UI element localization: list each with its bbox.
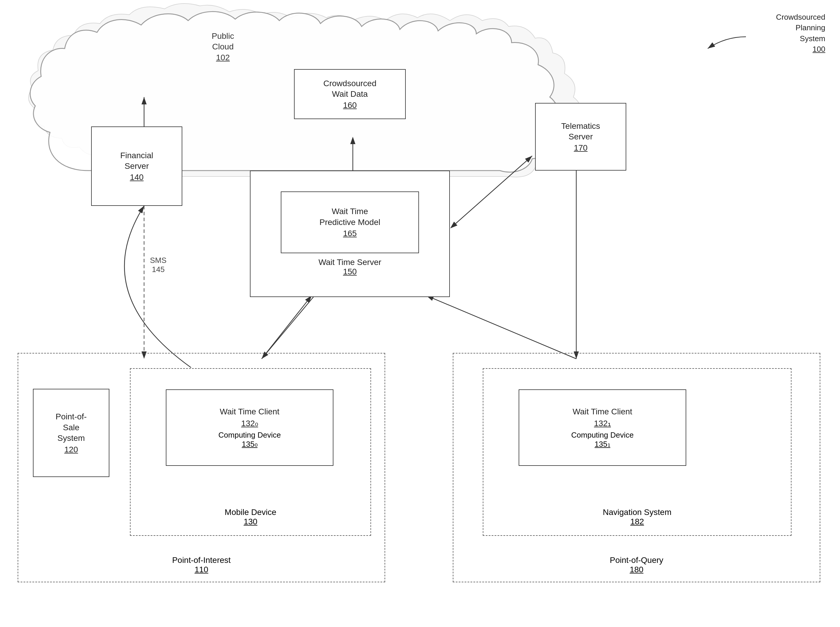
point-of-interest-box: Point-of- Sale System 120 Wait Time Clie…	[17, 353, 385, 582]
wait-time-client-1-label: Wait Time Client	[573, 406, 632, 417]
navigation-system-label: Navigation System 182	[483, 507, 791, 526]
point-of-query-box: Wait Time Client 132₁ Computing Device 1…	[453, 353, 820, 582]
financial-server-label: Financial Server	[120, 150, 153, 172]
crowdsourced-wait-data-box: Crowdsourced Wait Data 160	[294, 69, 406, 119]
system-label: Crowdsourced Planning System 100	[776, 12, 825, 55]
computing-device-1-inner-number: 135₁	[595, 440, 610, 449]
telematics-server-label: Telematics Server	[561, 121, 600, 142]
computing-device-0-inner-label: Computing Device	[219, 430, 281, 440]
financial-server-number: 140	[130, 173, 144, 182]
computing-device-0-inner-number: 135₀	[242, 440, 257, 449]
point-of-sale-label: Point-of- Sale System	[55, 411, 87, 443]
wait-time-predictive-model-label: Wait Time Predictive Model	[319, 206, 381, 228]
point-of-interest-label: Point-of-Interest 110	[18, 556, 385, 574]
computing-device-1-inner-label: Computing Device	[571, 430, 634, 440]
wait-time-client-1-number: 132₁	[594, 419, 611, 428]
wait-time-client-0-box: Wait Time Client 132₀ Computing Device 1…	[166, 389, 333, 466]
wait-time-server-label: Wait Time Server	[318, 258, 381, 267]
wait-time-server-number: 150	[343, 267, 357, 276]
mobile-device-label: Mobile Device 130	[131, 507, 370, 526]
point-of-query-label: Point-of-Query 180	[453, 556, 820, 574]
wait-time-server-box: Wait Time Predictive Model 165 Wait Time…	[250, 170, 450, 297]
cloud-label: Public Cloud 102	[212, 31, 234, 63]
point-of-sale-number: 120	[64, 445, 78, 454]
crowdsourced-wait-data-label: Crowdsourced Wait Data	[323, 78, 377, 100]
telematics-server-box: Telematics Server 170	[535, 103, 626, 170]
diagram: Crowdsourced Planning System 100 Public …	[0, 0, 840, 627]
sms-label: SMS 145	[150, 256, 167, 274]
svg-line-10	[426, 296, 576, 359]
mobile-device-box: Wait Time Client 132₀ Computing Device 1…	[130, 368, 371, 536]
system-number: 100	[776, 44, 825, 54]
telematics-server-number: 170	[574, 143, 588, 153]
wait-time-client-0-label: Wait Time Client	[220, 406, 280, 417]
wait-time-client-1-box: Wait Time Client 132₁ Computing Device 1…	[519, 389, 686, 466]
wait-time-predictive-model-number: 165	[343, 229, 357, 238]
wait-time-predictive-model-box: Wait Time Predictive Model 165	[281, 191, 419, 253]
navigation-system-box: Wait Time Client 132₁ Computing Device 1…	[483, 368, 791, 536]
financial-server-box: Financial Server 140	[91, 126, 182, 206]
point-of-sale-box: Point-of- Sale System 120	[33, 389, 109, 477]
wait-time-client-0-number: 132₀	[241, 419, 258, 428]
cloud-number: 102	[212, 52, 234, 63]
crowdsourced-wait-data-number: 160	[343, 101, 357, 110]
svg-line-7	[262, 296, 311, 359]
